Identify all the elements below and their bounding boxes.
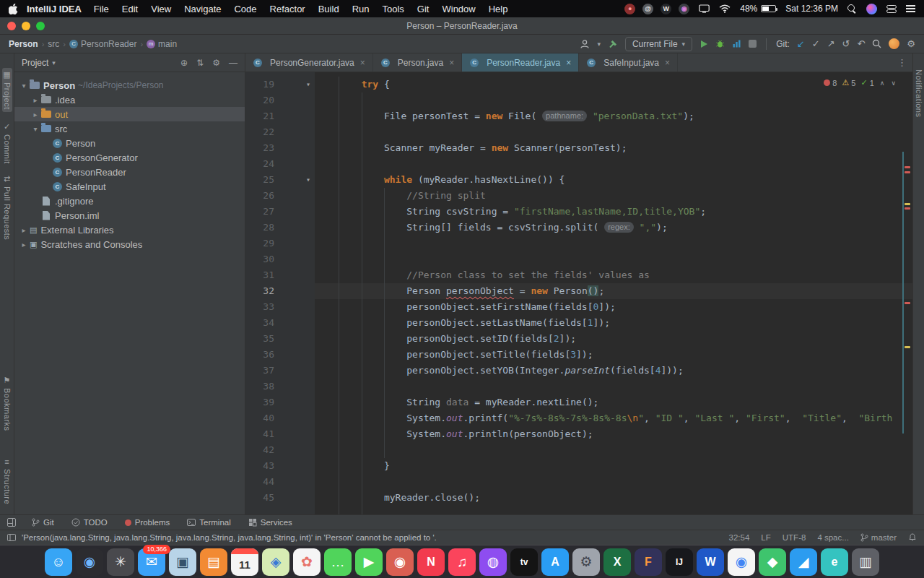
menu-refactor[interactable]: Refactor — [263, 4, 312, 14]
close-tab-icon[interactable]: × — [449, 58, 454, 68]
breadcrumb-src[interactable]: src — [48, 39, 59, 49]
gutter-line-21[interactable]: 21 — [245, 108, 315, 124]
gutter-line-40[interactable]: 40 — [245, 410, 315, 426]
gutter-line-41[interactable]: 41 — [245, 426, 315, 442]
code-line-44[interactable] — [315, 474, 912, 490]
hide-panel-icon[interactable]: — — [229, 58, 237, 68]
chrome-dock-icon[interactable]: ◉ — [728, 548, 755, 576]
git-update-button[interactable]: ↙ — [797, 39, 805, 48]
menu-edit[interactable]: Edit — [116, 4, 144, 14]
editor-scrollbar[interactable] — [902, 152, 904, 434]
launchpad-dock-icon[interactable]: ✳ — [107, 548, 134, 576]
error-stripe[interactable] — [902, 72, 912, 514]
display-mirroring-icon[interactable] — [699, 4, 710, 13]
code-line-25[interactable]: while (myReader.hasNextLine()) { — [315, 172, 912, 188]
notifications-bell-icon[interactable] — [908, 533, 917, 542]
menubar-app-name[interactable]: IntelliJ IDEA — [18, 4, 87, 14]
facetime-dock-icon[interactable]: ▶ — [355, 548, 383, 576]
podcasts-dock-icon[interactable]: ◍ — [479, 548, 507, 576]
project-tree-item-persongenerator[interactable]: CPersonGenerator — [14, 150, 245, 165]
code-line-41[interactable]: System.out.println(personObject); — [315, 426, 912, 442]
green-app-dock-icon[interactable]: ◆ — [759, 548, 786, 576]
code-line-29[interactable] — [315, 236, 912, 251]
git-history-button[interactable]: ↺ — [842, 39, 850, 48]
build-hammer-icon[interactable] — [608, 39, 618, 49]
user-icon[interactable] — [580, 39, 590, 49]
gutter-line-43[interactable]: 43 — [245, 458, 315, 474]
avatar-icon[interactable] — [889, 38, 899, 49]
tool-window-button-bookmarks[interactable]: ⚑Bookmarks — [3, 376, 12, 431]
photo-booth-dock-icon[interactable]: ◉ — [386, 548, 414, 576]
previous-problem-button[interactable]: ∧ — [879, 79, 886, 87]
edge-dock-icon[interactable]: e — [821, 548, 848, 576]
gutter-line-20[interactable]: 20 — [245, 92, 315, 108]
project-panel-title[interactable]: Project ▾ — [22, 58, 56, 68]
close-tab-icon[interactable]: × — [360, 58, 365, 68]
close-tab-icon[interactable]: × — [665, 58, 670, 68]
vscode-dock-icon[interactable]: ◢ — [790, 548, 817, 576]
run-button[interactable] — [699, 40, 708, 48]
editor-tab-person-java[interactable]: CPerson.java× — [373, 53, 462, 72]
menu-run[interactable]: Run — [346, 4, 376, 14]
code-editor[interactable]: 19▾202122232425▾262728293031323334353637… — [245, 72, 912, 514]
breadcrumb-personreader[interactable]: CPersonReader — [69, 39, 136, 49]
error-stripe-mark[interactable] — [905, 166, 910, 168]
close-window-button[interactable] — [7, 22, 16, 30]
tool-window-button-structure[interactable]: ≡Structure — [3, 457, 12, 504]
error-stripe-mark[interactable] — [905, 203, 910, 205]
code-line-26[interactable]: //String split — [315, 188, 912, 204]
next-problem-button[interactable]: ∨ — [890, 79, 897, 87]
code-line-23[interactable]: Scanner myReader = new Scanner(personTes… — [315, 140, 912, 156]
menu-tools[interactable]: Tools — [375, 4, 410, 14]
expand-collapse-icon[interactable]: ⇅ — [196, 58, 204, 68]
breadcrumb-main[interactable]: mmain — [147, 39, 177, 49]
error-stripe-mark[interactable] — [905, 346, 910, 348]
news-dock-icon[interactable]: N — [417, 548, 445, 576]
code-line-45[interactable]: myReader.close(); — [315, 490, 912, 506]
minimize-window-button[interactable] — [22, 22, 30, 30]
system-preferences-dock-icon[interactable]: ⚙ — [572, 548, 600, 576]
menu-help[interactable]: Help — [482, 4, 515, 14]
books-dock-icon[interactable]: ▤ — [200, 548, 227, 576]
status-bar-layout-icon[interactable] — [7, 533, 16, 542]
trash-dock-icon[interactable]: ▥ — [852, 548, 879, 576]
at-menu-icon[interactable]: @ — [642, 4, 653, 14]
code-line-31[interactable]: //Person class to set the fields' values… — [315, 267, 912, 283]
tool-window-switcher-icon[interactable] — [7, 518, 16, 527]
project-tree-item-person[interactable]: ▾Person ~/IdeaProjects/Person — [14, 78, 245, 92]
code-line-43[interactable]: } — [315, 458, 912, 474]
close-tab-icon[interactable]: × — [566, 58, 571, 68]
project-tree-item-external-libraries[interactable]: ▸▤External Libraries — [14, 223, 245, 237]
git-rollback-button[interactable]: ↶ — [857, 39, 865, 48]
code-line-38[interactable] — [315, 379, 912, 394]
menu-window[interactable]: Window — [435, 4, 481, 14]
ide-settings-gear-icon[interactable]: ⚙ — [907, 39, 915, 48]
menubar-clock[interactable]: Sat 12:36 PM — [785, 4, 838, 14]
app-store-dock-icon[interactable]: A — [541, 548, 569, 576]
code-line-21[interactable]: File personTest = new File( pathname: "p… — [315, 108, 912, 124]
profiler-button[interactable] — [732, 39, 741, 48]
code-line-20[interactable] — [315, 92, 912, 108]
project-tree-item-idea[interactable]: ▸.idea — [14, 92, 245, 107]
gutter-line-23[interactable]: 23 — [245, 140, 315, 156]
gutter-line-35[interactable]: 35 — [245, 331, 315, 347]
gutter-line-42[interactable]: 42 — [245, 442, 315, 458]
code-line-40[interactable]: System.out.printf("%-7s%-8s%-7s%-8s%-8s\… — [315, 410, 912, 426]
menu-file[interactable]: File — [87, 4, 116, 14]
control-center-icon[interactable] — [886, 4, 897, 14]
tool-window-button-pull-requests[interactable]: ⇄Pull Requests — [3, 174, 12, 240]
siri-dock-icon[interactable]: ◉ — [76, 548, 103, 576]
code-line-36[interactable]: personObject.setTitle(fields[3]); — [315, 347, 912, 363]
zoom-window-button[interactable] — [36, 22, 45, 30]
project-tree-item-out[interactable]: ▸out — [14, 107, 245, 121]
error-stripe-mark[interactable] — [905, 171, 910, 173]
tool-window-button-terminal[interactable]: Terminal — [187, 518, 230, 527]
red-app-menu-icon[interactable]: ● — [624, 4, 635, 14]
git-push-button[interactable]: ↗ — [827, 39, 835, 48]
menu-git[interactable]: Git — [411, 4, 436, 14]
code-line-39[interactable]: String data = myReader.nextLine(); — [315, 394, 912, 410]
tab-options-icon[interactable]: ⋮ — [892, 53, 912, 72]
gutter-line-32[interactable]: 32 — [245, 283, 315, 299]
code-line-30[interactable] — [315, 251, 912, 267]
maps-dock-icon[interactable]: ◈ — [262, 548, 289, 576]
